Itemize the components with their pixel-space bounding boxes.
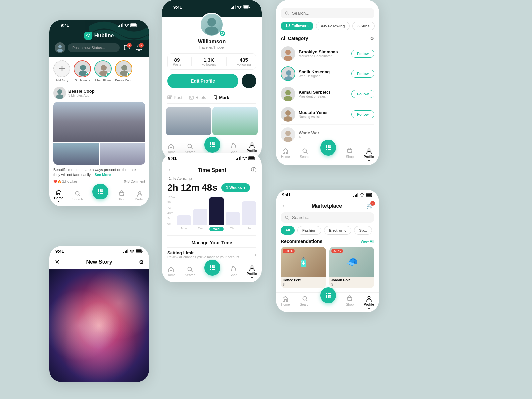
add-story-avatar[interactable] <box>53 60 70 77</box>
svg-rect-25 <box>101 189 103 191</box>
svg-rect-89 <box>212 269 213 270</box>
cat-sport[interactable]: Sp... <box>354 226 372 235</box>
add-post-button[interactable]: + <box>242 74 256 88</box>
svg-rect-23 <box>98 189 99 191</box>
setting-limit-title: Setting Limit <box>167 250 240 255</box>
cat-electronic[interactable]: Electronic <box>324 226 351 235</box>
follow-button-brooklyn[interactable]: Follow <box>351 50 374 58</box>
follow-button-sadik[interactable]: Follow <box>351 70 374 78</box>
cat-fashion[interactable]: Fashion <box>297 226 321 235</box>
svg-rect-133 <box>326 296 327 298</box>
nav-fab-time[interactable] <box>204 260 220 276</box>
nav-profile-market[interactable]: Profile <box>364 295 374 309</box>
product-card-hat[interactable]: -50 % 🧢 Jordan Golf... $— <box>329 247 374 288</box>
market-search-bar[interactable] <box>281 212 374 223</box>
time-info-icon[interactable]: ⓘ <box>251 167 256 174</box>
tab-post[interactable]: Post <box>167 92 182 103</box>
tab-reels[interactable]: Reels <box>189 92 206 103</box>
follower-avatar-kemal <box>281 87 295 101</box>
svg-rect-57 <box>212 142 213 144</box>
nav-profile-time[interactable]: Profile <box>247 265 257 278</box>
nav-shop-market[interactable]: Shop <box>346 295 354 309</box>
svg-point-136 <box>368 297 370 299</box>
post-user-name: Bessie Coop <box>68 89 95 94</box>
nav-search[interactable]: Search <box>72 190 83 201</box>
status-input[interactable]: Post a new Status... <box>68 43 120 52</box>
setting-limit-arrow-icon[interactable]: › <box>255 252 256 258</box>
follow-button-mustafa[interactable]: Follow <box>351 110 374 118</box>
profile-card: 9:41 Williamson Traveller/Tripper 89 Pos… <box>162 0 262 159</box>
nav-home-followers[interactable]: Home <box>281 148 290 161</box>
market-cart-icon[interactable]: 🛒 2 <box>366 202 374 210</box>
nav-home[interactable]: Home <box>54 189 63 202</box>
post-image-small-1 <box>53 143 99 165</box>
chat-icon[interactable]: 3 <box>122 43 132 52</box>
svg-point-70 <box>132 252 133 253</box>
setting-limit-text: Setting Limit Review all changes you've … <box>167 250 240 259</box>
filter-icon[interactable]: ⚙ <box>370 36 374 41</box>
nav-search-followers[interactable]: Search <box>300 148 310 161</box>
market-back-icon[interactable]: ← <box>281 203 287 210</box>
nav-search-time[interactable]: Search <box>185 266 195 277</box>
follow-button-kemal[interactable]: Follow <box>351 90 374 98</box>
gallery-img-inner-2 <box>212 107 258 135</box>
svg-point-13 <box>80 65 86 71</box>
nav-home-profile[interactable]: Home <box>167 143 176 154</box>
svg-point-51 <box>191 97 192 98</box>
pill-subs[interactable]: 3 Subs <box>352 22 374 30</box>
cat-all[interactable]: All <box>281 226 295 235</box>
nav-profile-followers[interactable]: Profile <box>364 148 374 161</box>
nav-fab-home[interactable] <box>92 184 108 200</box>
tab-mark[interactable]: Mark <box>213 92 229 103</box>
svg-point-77 <box>244 159 245 160</box>
market-categories: All Fashion Electronic Sp... <box>276 226 379 239</box>
nav-shop[interactable]: Shop <box>118 190 125 201</box>
post-menu-icon[interactable]: ⋯ <box>139 89 145 97</box>
view-all-link[interactable]: View All <box>360 239 374 243</box>
close-story-icon[interactable]: ✕ <box>55 258 60 266</box>
svg-rect-87 <box>213 267 215 268</box>
svg-rect-108 <box>329 145 331 147</box>
nav-search-profile[interactable]: Search <box>185 143 195 154</box>
svg-rect-111 <box>329 147 331 148</box>
pill-followers[interactable]: 1.3 Followers <box>281 22 313 30</box>
pill-following[interactable]: 435 Following <box>316 22 350 30</box>
nav-fab-market[interactable] <box>320 287 336 303</box>
nav-shop-time[interactable]: Shop <box>230 266 237 277</box>
story-bessie-coop[interactable]: 6 Bessie Coop <box>115 60 132 82</box>
nav-fab-profile[interactable] <box>204 137 220 153</box>
story-g-hawkins[interactable]: 3 G. Hawkins <box>74 60 91 82</box>
market-search-input[interactable] <box>292 215 370 220</box>
nav-shop-profile[interactable]: Shop <box>230 143 237 154</box>
story-albert-flores[interactable]: 1 Albert Flores <box>94 60 112 82</box>
svg-rect-69 <box>127 249 128 253</box>
svg-rect-47 <box>171 96 172 97</box>
market-bottom-nav: Home Search Shop Profile <box>276 292 379 312</box>
see-more-link[interactable]: See More <box>95 173 111 177</box>
nav-search-market[interactable]: Search <box>300 295 310 309</box>
post-caption: Beautiful memories are always present on… <box>53 167 145 178</box>
svg-rect-114 <box>329 149 331 150</box>
nav-profile[interactable]: Profile <box>135 190 144 201</box>
svg-rect-118 <box>356 194 357 197</box>
chart-bars <box>177 196 256 225</box>
svg-point-41 <box>205 27 218 35</box>
time-bottom-nav: Home Search Shop Profile <box>162 262 262 282</box>
story-settings-icon[interactable]: ⚙ <box>139 259 144 265</box>
followers-search-bar[interactable] <box>281 8 374 18</box>
notification-icon[interactable]: 1 <box>134 43 144 52</box>
chart-y-axis: 120m 96m 72m 48m 24m 0m <box>167 196 175 232</box>
svg-rect-74 <box>237 158 238 160</box>
nav-home-time[interactable]: Home <box>167 266 176 277</box>
nav-home-market[interactable]: Home <box>281 295 290 309</box>
followers-search-input[interactable] <box>292 11 370 16</box>
time-back-icon[interactable]: ← <box>167 167 173 174</box>
product-card-perfume[interactable]: -50 % 🧴 Coffee Perfu... $— <box>281 247 326 288</box>
svg-point-37 <box>239 8 240 9</box>
time-filter-button[interactable]: 1 Weeks ▾ <box>221 183 250 192</box>
setting-limit-sub: Review all changes you've made to your a… <box>167 255 240 259</box>
add-story-item[interactable]: Add Story <box>53 60 70 82</box>
edit-profile-button[interactable]: Edit Profile <box>167 74 238 88</box>
nav-shop-followers[interactable]: Shop <box>346 148 354 161</box>
status-icons-story <box>123 249 143 253</box>
